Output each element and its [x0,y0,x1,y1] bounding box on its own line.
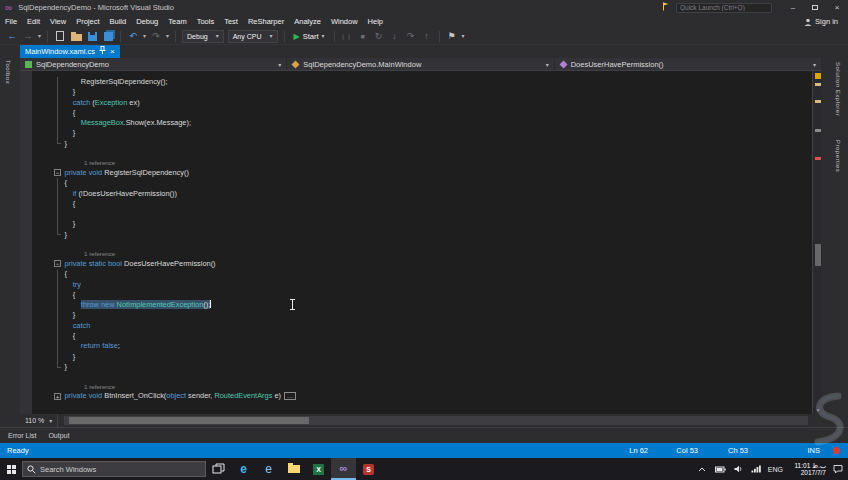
step-over-button[interactable]: ↷ [405,30,417,43]
stop-button[interactable]: ■ [357,30,369,43]
navbar-dropdown-member[interactable]: DoesUserHavePermission()▾ [555,58,822,70]
start-menu-button[interactable] [0,458,22,480]
taskbar-app-task-view[interactable] [206,458,231,480]
undo-button[interactable]: ↶ [127,30,139,43]
notifications-flag-icon[interactable] [662,2,670,13]
network-icon[interactable] [750,463,763,476]
code-line[interactable] [20,149,812,159]
chevron-down-icon[interactable]: ▾ [166,33,169,39]
menu-item-view[interactable]: View [45,15,71,28]
zoom-dropdown[interactable]: 110 % ▾ [20,414,58,427]
menu-item-analyze[interactable]: Analyze [289,15,326,28]
code-line[interactable]: } [20,352,812,362]
menu-item-help[interactable]: Help [363,15,388,28]
document-tab[interactable]: MainWindow.xaml.cs× [20,45,120,58]
horizontal-scrollbar[interactable] [64,416,808,425]
code-line[interactable]: − private static bool DoesUserHavePermis… [20,259,812,269]
flag-icon[interactable]: ⚑ [446,30,458,43]
panel-tab-output[interactable]: Output [48,432,69,439]
taskbar-clock[interactable]: 11:01 ب.ظ 2017/7/7 [788,462,826,477]
menu-item-file[interactable]: File [0,15,22,28]
code-line[interactable]: throw new NotImplementedException(); [20,300,812,310]
codelens-line[interactable]: 1 reference [20,383,812,392]
properties-rail-tab[interactable]: Properties [835,140,841,172]
save-button[interactable] [86,30,98,43]
open-file-button[interactable] [70,30,82,43]
restart-button[interactable]: ↻ [373,30,385,43]
code-line[interactable]: } [20,362,812,372]
sign-in-link[interactable]: Sign in [804,17,838,26]
taskbar-app-visual-studio[interactable]: ∞ [331,458,356,480]
code-line[interactable]: catch [20,321,812,331]
toolbox-rail-tab[interactable]: Toolbox [5,60,11,84]
taskbar-app-file-explorer[interactable] [281,458,306,480]
scrollbar-thumb[interactable] [815,244,821,266]
pause-button[interactable]: ❘❘ [341,30,353,43]
code-area[interactable]: RegisterSqlDependency(); } catch (Except… [20,77,812,401]
save-all-button[interactable] [102,30,114,43]
search-input[interactable] [40,465,201,474]
battery-icon[interactable] [714,463,727,476]
fold-collapse-icon[interactable]: − [54,169,61,176]
code-line[interactable]: } [20,310,812,320]
code-line[interactable]: } [20,128,812,138]
code-region[interactable]: RegisterSqlDependency(); } catch (Except… [20,71,822,414]
taskbar-app-ssms[interactable]: S [356,458,381,480]
new-file-button[interactable] [54,30,66,43]
code-line[interactable]: { [20,178,812,188]
menu-item-team[interactable]: Team [163,15,191,28]
code-line[interactable] [20,209,812,219]
scroll-down-icon[interactable]: ▼ [813,406,822,414]
navigate-forward-button[interactable]: → [22,30,34,43]
maximize-button[interactable] [804,0,826,15]
panel-tab-error-list[interactable]: Error List [8,432,36,439]
code-line[interactable]: RegisterSqlDependency(); [20,77,812,87]
navbar-dropdown-project[interactable]: SqlDependencyDemo▾ [20,58,287,70]
code-line[interactable]: MessageBox.Show(ex.Message); [20,118,812,128]
menu-item-build[interactable]: Build [105,15,132,28]
code-line[interactable]: return false; [20,341,812,351]
fold-collapse-icon[interactable]: − [54,260,61,267]
chevron-down-icon[interactable]: ▾ [143,33,146,39]
start-debugging-button[interactable]: ▶ Start ▾ [291,32,328,41]
code-line[interactable] [20,240,812,250]
code-line[interactable]: } [20,230,812,240]
menu-item-resharper[interactable]: ReSharper [243,15,289,28]
codelens-line[interactable]: 1 reference [20,250,812,259]
minimize-button[interactable]: – [782,0,804,15]
navigate-backward-button[interactable]: ← [6,30,18,43]
volume-icon[interactable] [732,463,745,476]
taskbar-app-internet-explorer[interactable]: e [256,458,281,480]
taskbar-app-excel[interactable]: X [306,458,331,480]
pin-icon[interactable] [99,46,106,57]
solution-configuration-dropdown[interactable]: Debug ▾ [182,30,224,43]
code-line[interactable]: { [20,290,812,300]
code-line[interactable]: { [20,331,812,341]
code-line[interactable]: { [20,108,812,118]
code-line[interactable]: } [20,87,812,97]
step-out-button[interactable]: ↑ [421,30,433,43]
scrollbar-thumb[interactable] [69,417,309,424]
code-line[interactable]: catch (Exception ex) [20,98,812,108]
close-button[interactable]: × [826,0,848,15]
code-line[interactable] [20,372,812,382]
code-line[interactable]: try [20,280,812,290]
close-tab-icon[interactable]: × [110,48,115,56]
code-line[interactable]: + private void BtnInsert_OnClick(object … [20,391,812,401]
menu-item-test[interactable]: Test [219,15,243,28]
chevron-down-icon[interactable]: ▾ [38,33,41,39]
code-line[interactable]: } [20,219,812,229]
code-line[interactable]: { [20,269,812,279]
menu-item-window[interactable]: Window [326,15,363,28]
language-indicator[interactable]: ENG [768,466,783,473]
redo-button[interactable]: ↷ [150,30,162,43]
code-line[interactable]: if (!DoesUserHavePermission()) [20,189,812,199]
notification-center-icon[interactable] [831,463,844,476]
taskbar-search-box[interactable] [22,461,206,477]
code-line[interactable]: − private void RegisterSqlDependency() [20,168,812,178]
solution-explorer-rail-tab[interactable]: Solution Explorer [835,62,841,116]
vertical-scrollbar[interactable]: ▲ ▼ [812,71,822,414]
menu-item-edit[interactable]: Edit [22,15,45,28]
code-line[interactable]: { [20,199,812,209]
solution-platform-dropdown[interactable]: Any CPU ▾ [228,30,278,43]
